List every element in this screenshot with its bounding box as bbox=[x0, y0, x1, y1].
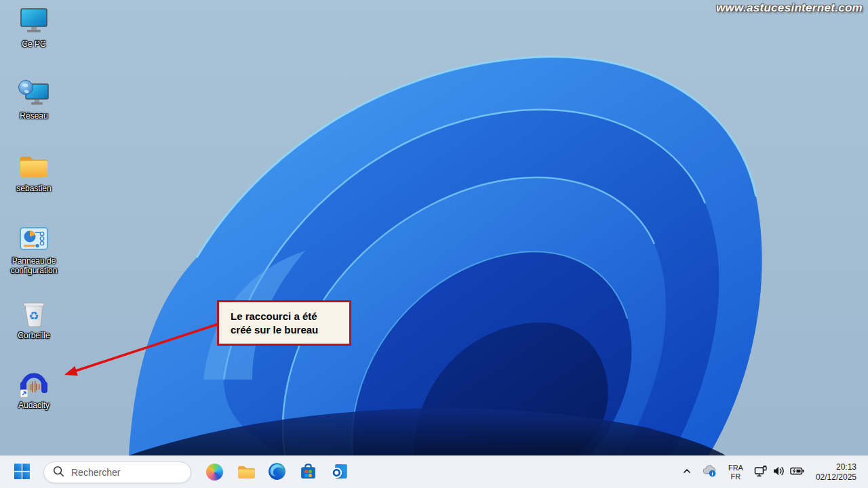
desktop-icon-label: Audacity bbox=[18, 401, 50, 410]
desktop-icon-corbeille[interactable]: ♻ Corbeille bbox=[3, 297, 65, 340]
file-explorer-icon bbox=[237, 462, 255, 483]
desktop-icon-label: Réseau bbox=[20, 111, 47, 121]
network-icon bbox=[754, 464, 768, 480]
microsoft-store-icon bbox=[299, 462, 317, 483]
desktop-icon-label: sebastien bbox=[16, 184, 51, 193]
search-icon bbox=[52, 465, 64, 480]
recycle-bin-icon: ♻ bbox=[18, 297, 50, 329]
clock-button[interactable]: 20:13 02/12/2025 bbox=[811, 459, 861, 486]
desktop-icon-sebastien[interactable]: sebastien bbox=[3, 150, 65, 193]
folder-icon bbox=[18, 150, 50, 182]
annotation-line-1: Le raccourci a été bbox=[231, 310, 349, 323]
desktop-icon-audacity[interactable]: Audacity bbox=[3, 367, 65, 410]
tray-chevron-button[interactable] bbox=[677, 459, 696, 486]
annotation-callout: Le raccourci a été créé sur le bureau bbox=[217, 300, 351, 346]
desktop-icon-label: Corbeille bbox=[18, 331, 50, 340]
taskbar: FRA FR bbox=[0, 455, 868, 488]
desktop-icon-reseau[interactable]: Réseau bbox=[3, 77, 65, 121]
windows-desktop: www.astucesinternet.com Ce PC bbox=[0, 0, 868, 488]
volume-icon bbox=[772, 465, 785, 479]
taskbar-left-group bbox=[0, 459, 353, 486]
desktop-icon-label: Panneau de configuration bbox=[3, 256, 64, 275]
annotation-line-2: créé sur le bureau bbox=[231, 323, 349, 337]
taskbar-tray: FRA FR bbox=[677, 459, 868, 486]
quick-settings-button[interactable] bbox=[749, 459, 810, 486]
language-line-1: FRA bbox=[728, 464, 743, 472]
taskbar-app-file-explorer[interactable] bbox=[232, 459, 259, 486]
wallpaper-image bbox=[0, 0, 868, 455]
control-panel-icon bbox=[18, 222, 50, 255]
tray-cloud-button[interactable] bbox=[698, 459, 722, 486]
outlook-icon bbox=[330, 462, 349, 483]
search-input[interactable] bbox=[70, 466, 181, 479]
start-button[interactable] bbox=[8, 459, 35, 486]
taskbar-app-outlook[interactable] bbox=[326, 459, 353, 486]
desktop-icon-ce-pc[interactable]: Ce PC bbox=[3, 5, 65, 49]
windows-logo-icon bbox=[14, 464, 30, 481]
audacity-shortcut-icon bbox=[18, 367, 50, 399]
tray-language-button[interactable]: FRA FR bbox=[724, 459, 748, 486]
taskbar-search[interactable] bbox=[43, 462, 191, 483]
language-line-2: FR bbox=[731, 472, 741, 481]
taskbar-app-edge[interactable] bbox=[263, 459, 290, 486]
taskbar-app-microsoft-store[interactable] bbox=[294, 459, 321, 486]
chevron-up-icon bbox=[682, 466, 692, 478]
edge-icon bbox=[268, 462, 286, 483]
desktop-icon-panneau-configuration[interactable]: Panneau de configuration bbox=[3, 222, 65, 275]
network-places-icon bbox=[18, 77, 50, 110]
watermark: www.astucesinternet.com bbox=[716, 1, 863, 15]
svg-text:♻: ♻ bbox=[28, 309, 39, 323]
computer-icon bbox=[18, 5, 50, 38]
tray-time: 20:13 bbox=[836, 462, 856, 472]
tray-date: 02/12/2025 bbox=[816, 472, 856, 483]
battery-charging-icon bbox=[790, 466, 805, 479]
taskbar-app-copilot[interactable] bbox=[201, 459, 228, 486]
cloud-status-icon bbox=[703, 464, 717, 480]
copilot-icon bbox=[206, 464, 223, 481]
desktop-icon-label: Ce PC bbox=[22, 39, 45, 49]
